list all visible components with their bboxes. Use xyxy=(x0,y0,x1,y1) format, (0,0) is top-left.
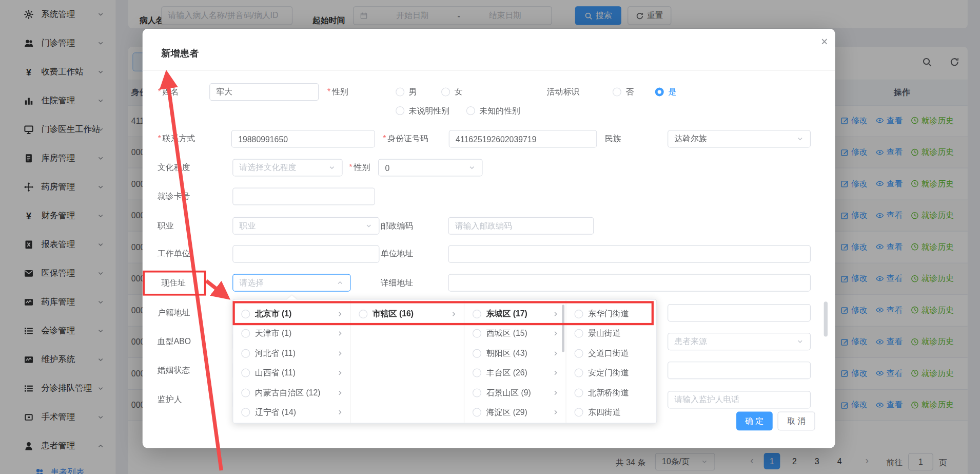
cascader-option-label: 辽宁省 (14) xyxy=(255,407,296,418)
guardian-label: 监护人 xyxy=(158,394,182,405)
employer-input[interactable] xyxy=(232,245,379,263)
chevron-right-icon xyxy=(552,409,560,416)
marital-label: 婚姻状态 xyxy=(158,365,190,376)
cascader-option[interactable]: 东城区 (17) xyxy=(464,304,565,324)
postcode-input[interactable]: 请输入邮政编码 xyxy=(448,217,594,235)
cascader-option[interactable]: 河北省 (11) xyxy=(233,344,350,363)
gender-radio-female[interactable]: 女 xyxy=(441,86,462,98)
current-address-label: 现住址 xyxy=(161,277,186,289)
detail-address-label: 详细地址 xyxy=(381,277,413,289)
guardian-phone-input[interactable]: 请输入监护人电话 xyxy=(668,391,811,408)
chevron-down-icon xyxy=(468,164,476,172)
chevron-right-icon xyxy=(336,350,344,357)
active-flag-label: 活动标识 xyxy=(547,86,579,98)
cascader-option[interactable]: 内蒙古自治区 (12) xyxy=(233,383,350,403)
cascader-option[interactable]: 景山街道 xyxy=(566,324,655,343)
gender-code-label: *性别 xyxy=(349,162,370,174)
chevron-right-icon xyxy=(552,350,560,357)
cascader-option[interactable]: 天津市 (1) xyxy=(233,324,350,343)
modal-scrollbar[interactable] xyxy=(824,301,828,336)
radio-icon xyxy=(473,349,481,357)
dropdown-caret xyxy=(287,295,297,300)
close-icon[interactable]: × xyxy=(817,35,831,49)
contact-input[interactable]: 19880991650 xyxy=(231,130,375,147)
gender-code-select[interactable]: 0 xyxy=(378,159,482,176)
occupation-select[interactable]: 职业 xyxy=(232,217,379,235)
cascader-option[interactable]: 海淀区 (29) xyxy=(464,403,565,422)
id-card-label: *身份证号码 xyxy=(383,133,428,144)
chevron-down-icon xyxy=(796,338,804,346)
cascader-option[interactable]: 丰台区 (26) xyxy=(464,363,565,383)
cascader-option[interactable]: 市辖区 (16) xyxy=(350,304,464,324)
cascader-option[interactable]: 西城区 (15) xyxy=(464,324,565,343)
gender-label: *性别 xyxy=(327,86,348,98)
cascader-option-label: 西城区 (15) xyxy=(486,328,527,339)
radio-icon xyxy=(575,310,583,318)
marital-extra-input[interactable] xyxy=(668,362,811,379)
address-cascader-dropdown: 北京市 (1)天津市 (1)河北省 (11)山西省 (11)内蒙古自治区 (12… xyxy=(232,299,657,423)
name-input[interactable]: 牢大 xyxy=(209,83,319,101)
dialog-divider xyxy=(143,70,835,70)
occupation-label: 职业 xyxy=(158,220,174,232)
radio-icon xyxy=(473,310,481,318)
cascader-option[interactable]: 石景山区 (9) xyxy=(464,383,565,403)
confirm-button[interactable]: 确 定 xyxy=(736,412,773,431)
gender-radio-unexplained[interactable]: 未说明性别 xyxy=(396,105,449,117)
name-label: *姓名 xyxy=(158,86,179,98)
gender-radio-unknown[interactable]: 未知的性别 xyxy=(466,105,520,117)
household-extra-input[interactable] xyxy=(668,304,811,321)
radio-icon xyxy=(473,388,481,397)
ethnic-select[interactable]: 达斡尔族 xyxy=(668,130,811,147)
cascader-option[interactable]: 北新桥街道 xyxy=(566,383,655,403)
patient-source-select[interactable]: 患者来源 xyxy=(668,333,811,350)
cascader-option-label: 景山街道 xyxy=(588,328,620,339)
current-address-cascader-select[interactable]: 请选择 xyxy=(232,274,350,292)
chevron-right-icon xyxy=(552,310,560,318)
radio-icon xyxy=(241,349,250,357)
radio-icon xyxy=(241,408,250,417)
chevron-right-icon xyxy=(336,409,344,416)
chevron-right-icon xyxy=(552,389,560,396)
education-select[interactable]: 请选择文化程度 xyxy=(232,159,342,176)
id-card-input[interactable]: 411625192602039719 xyxy=(449,130,597,147)
chevron-down-icon xyxy=(328,164,336,172)
radio-icon xyxy=(473,408,481,417)
chevron-right-icon xyxy=(336,310,344,318)
cascader-option[interactable]: 北京市 (1) xyxy=(233,304,350,324)
cascader-option[interactable]: 安定门街道 xyxy=(566,363,655,383)
cancel-button[interactable]: 取 消 xyxy=(777,412,815,431)
radio-icon xyxy=(575,329,583,338)
cascader-option-label: 交道口街道 xyxy=(588,348,629,359)
education-label: 文化程度 xyxy=(158,162,190,174)
cascader-option-label: 河北省 (11) xyxy=(255,348,296,359)
cascader-option[interactable]: 交道口街道 xyxy=(566,344,655,363)
card-no-label: 就诊卡号 xyxy=(158,191,190,202)
active-flag-radio-no[interactable]: 否 xyxy=(613,86,634,98)
chevron-right-icon xyxy=(336,369,344,377)
cascader-option-label: 东四街道 xyxy=(588,407,620,418)
cascader-option[interactable]: 东华门街道 xyxy=(566,304,655,324)
cascader-option-label: 朝阳区 (43) xyxy=(486,348,527,359)
cascader-option[interactable]: 辽宁省 (14) xyxy=(233,403,350,422)
cascader-option-label: 北新桥街道 xyxy=(588,387,629,399)
chevron-down-icon xyxy=(796,135,804,143)
cascader-option[interactable]: 东四街道 xyxy=(566,403,655,422)
card-no-input[interactable] xyxy=(232,187,375,205)
cascader-option-label: 海淀区 (29) xyxy=(486,407,527,418)
cascader-option[interactable]: 朝阳区 (43) xyxy=(464,344,565,363)
active-flag-radio-yes[interactable]: 是 xyxy=(655,86,676,98)
cascader-option-label: 石景山区 (9) xyxy=(486,387,531,399)
cascader-column-1: 北京市 (1)天津市 (1)河北省 (11)山西省 (11)内蒙古自治区 (12… xyxy=(233,300,350,423)
cascader-option-label: 天津市 (1) xyxy=(255,328,291,339)
radio-icon xyxy=(575,408,583,417)
column-scrollbar[interactable] xyxy=(562,305,564,352)
radio-icon xyxy=(241,388,250,397)
radio-icon xyxy=(241,310,250,318)
chevron-down-icon xyxy=(365,222,373,230)
detail-address-input[interactable] xyxy=(448,274,811,292)
radio-icon xyxy=(359,310,367,318)
cascader-option[interactable]: 山西省 (11) xyxy=(233,363,350,383)
cascader-option-label: 安定门街道 xyxy=(588,367,629,378)
gender-radio-male[interactable]: 男 xyxy=(396,86,417,98)
employer-address-input[interactable] xyxy=(448,245,811,263)
